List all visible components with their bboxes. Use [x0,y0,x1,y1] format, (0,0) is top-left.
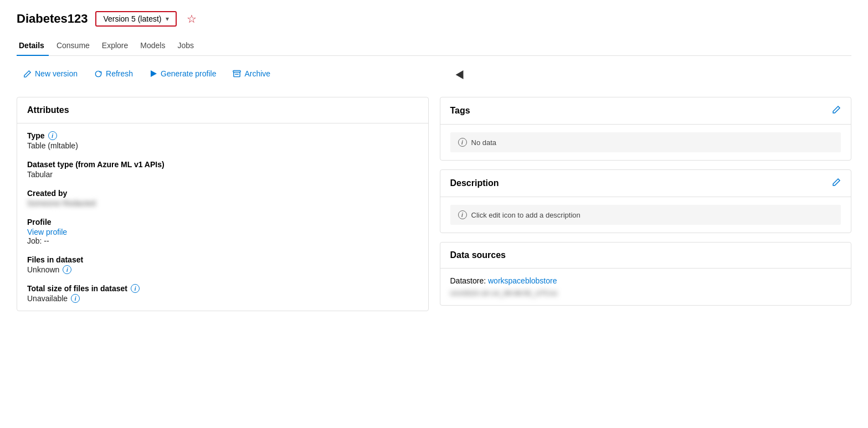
description-body: i Click edit icon to add a description [440,197,851,233]
favorite-icon[interactable]: ☆ [187,12,197,25]
type-info-icon: i [48,131,57,140]
files-value: Unknown i [27,265,418,274]
archive-button[interactable]: Archive [226,66,277,81]
total-size-value-info-icon: i [71,294,80,303]
description-header: Description [440,170,851,197]
data-sources-body: Datastore: workspaceblobstore UU/2023-10… [440,269,851,305]
dataset-type-label: Dataset type (from Azure ML v1 APIs) [27,160,165,169]
description-edit-icon[interactable] [832,178,841,189]
attributes-title: Attributes [27,105,69,115]
datastore-path: UU/2023-10-14_09:08:55_UTC/ci [450,288,841,297]
refresh-label: Refresh [106,69,133,78]
archive-label: Archive [244,69,270,78]
description-placeholder: i Click edit icon to add a description [450,205,841,225]
total-size-value: Unavailable i [27,294,418,303]
description-title: Description [450,178,499,188]
files-section: Files in dataset Unknown i [27,255,418,274]
tags-no-data-text: No data [471,138,497,147]
refresh-icon [94,70,102,78]
svg-rect-1 [233,70,240,72]
version-dropdown[interactable]: Version 5 (latest) ▾ [95,11,177,27]
new-version-label: New version [35,69,78,78]
tab-details[interactable]: Details [17,37,54,55]
right-column: Tags i No data Descript [440,97,852,306]
data-sources-title: Data sources [450,250,506,260]
archive-icon [233,70,241,78]
chevron-down-icon: ▾ [166,15,169,23]
profile-label: Profile [27,218,52,226]
type-value: Table (mltable) [27,141,418,150]
tab-consume[interactable]: Consume [54,37,100,55]
type-label: Type [27,131,45,140]
refresh-button[interactable]: Refresh [88,66,140,81]
tags-no-data: i No data [450,132,841,152]
tab-models[interactable]: Models [138,37,175,55]
page-title: Diabetes123 [17,12,88,26]
data-sources-header: Data sources [440,243,851,269]
version-label: Version 5 (latest) [103,14,161,23]
created-by-section: Created by Someone Redacted [27,189,418,208]
total-size-section: Total size of files in dataset i Unavail… [27,284,418,303]
description-info-icon: i [458,210,467,219]
datastore-row: Datastore: workspaceblobstore [450,276,841,285]
data-sources-card: Data sources Datastore: workspaceblobsto… [440,242,852,306]
play-icon [150,70,157,78]
tab-jobs[interactable]: Jobs [175,37,204,55]
datastore-label: Datastore: [450,276,488,285]
tags-edit-icon[interactable] [832,105,841,116]
profile-section: Profile View profile Job: -- [27,218,418,245]
total-size-info-icon: i [131,284,140,293]
created-by-value: Someone Redacted [27,199,418,208]
job-value: Job: -- [27,236,418,245]
files-label: Files in dataset [27,255,83,264]
datastore-link[interactable]: workspaceblobstore [488,276,557,285]
attributes-body: Type i Table (mltable) Dataset type (fro… [17,123,428,311]
generate-profile-label: Generate profile [161,69,216,78]
tags-header: Tags [440,97,851,125]
toolbar: New version Refresh Generate profile [17,66,851,81]
dataset-type-section: Dataset type (from Azure ML v1 APIs) Tab… [27,160,418,179]
generate-profile-button[interactable]: Generate profile [143,66,223,81]
total-size-label: Total size of files in dataset [27,284,127,293]
view-profile-link[interactable]: View profile [27,228,67,236]
description-placeholder-text: Click edit icon to add a description [471,211,581,219]
description-card: Description i Click edit icon to add a d… [440,169,852,233]
dataset-type-value: Tabular [27,170,418,179]
attributes-header: Attributes [17,97,428,123]
new-version-button[interactable]: New version [17,66,84,81]
type-section: Type i Table (mltable) [27,131,418,150]
created-by-label: Created by [27,189,67,198]
tabs-nav: Details Consume Explore Models Jobs [17,37,851,56]
svg-marker-0 [151,70,157,77]
tags-title: Tags [450,106,470,116]
tab-explore[interactable]: Explore [100,37,138,55]
tags-card: Tags i No data [440,97,852,161]
files-info-icon: i [63,265,71,274]
tags-body: i No data [440,125,851,160]
new-version-icon [23,70,32,78]
attributes-card: Attributes Type i Table (mltable) Datase… [17,97,429,311]
tags-info-icon: i [458,138,467,147]
